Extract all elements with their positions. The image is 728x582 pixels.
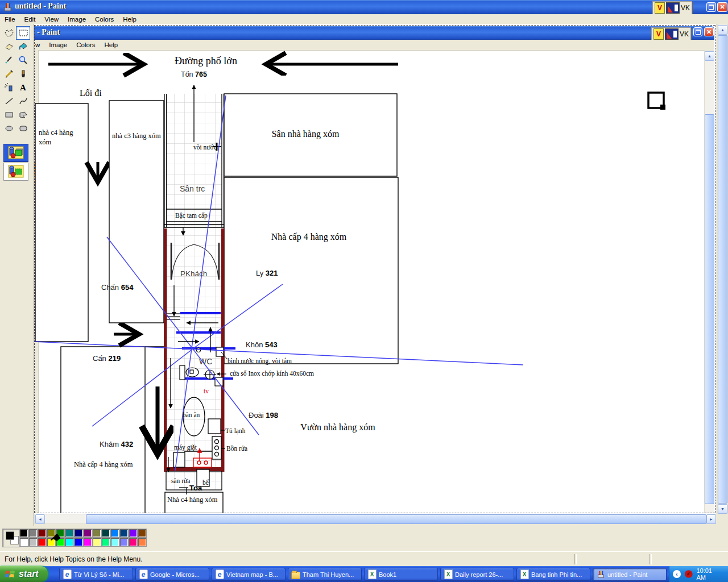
tool-select[interactable]: [16, 26, 30, 40]
tool-free-form-select[interactable]: [2, 26, 16, 40]
tool-rectangle[interactable]: [2, 108, 16, 122]
close-button[interactable]: ✕: [717, 2, 727, 12]
taskbar-item-paint-active[interactable]: untitled - Paint: [593, 568, 667, 581]
color-swatch[interactable]: [65, 529, 74, 538]
label-cua-so: cửa sổ Inox chớp kính 40x60cm: [230, 370, 314, 377]
label-nha-c4-2: xóm: [39, 138, 52, 146]
tool-fill[interactable]: [16, 40, 30, 53]
start-label: start: [19, 569, 39, 579]
taskbar-item-google[interactable]: e Google - Micros...: [135, 568, 209, 581]
inner-scroll-up-icon: ▲: [705, 51, 714, 61]
outer-titlebar[interactable]: untitled - Paint V VK ✕: [0, 0, 728, 14]
color-swatch[interactable]: [38, 538, 47, 547]
menu-edit[interactable]: Edit: [20, 15, 40, 24]
taskbar-item-book1[interactable]: X Book1: [364, 568, 438, 581]
fill-icon: [20, 43, 27, 49]
menu-file[interactable]: File: [0, 15, 20, 24]
opaque-selection-icon: [6, 146, 26, 160]
color-swatch[interactable]: [19, 529, 28, 538]
color-swatch[interactable]: [74, 538, 83, 547]
selection-marquee-right[interactable]: [715, 25, 715, 513]
taskbar-item-bang-tinh[interactable]: X Bang tinh Phi tin...: [516, 568, 590, 581]
label-khon: Khôn 543: [246, 340, 278, 349]
antivirus-tray-icon[interactable]: [684, 569, 693, 579]
label-be: bể: [202, 479, 209, 486]
tool-eraser[interactable]: [2, 40, 16, 53]
tool-curve[interactable]: [16, 94, 30, 108]
vietkey-icon[interactable]: V: [655, 2, 665, 14]
tray-chevron-icon[interactable]: ‹: [673, 570, 681, 578]
status-bar: For Help, click Help Topics on the Help …: [0, 551, 728, 567]
input-flag-icon[interactable]: [666, 2, 680, 14]
taskbar-item-vietnam-map[interactable]: e Vietnam map - B...: [212, 568, 286, 581]
menu-image[interactable]: Image: [63, 15, 90, 24]
restore-icon: [709, 5, 714, 10]
color-swatch[interactable]: [28, 538, 38, 547]
tray-clock[interactable]: 10:01 AM: [696, 567, 722, 581]
tool-magnifier[interactable]: [16, 53, 30, 67]
color-swatch[interactable]: [138, 529, 147, 538]
vk-label: VK: [681, 4, 690, 12]
outer-hscrollbar[interactable]: ◄ ►: [34, 514, 716, 524]
color-swatch[interactable]: [92, 529, 101, 538]
scroll-right-icon[interactable]: ►: [706, 514, 716, 524]
color-swatch[interactable]: [74, 529, 83, 538]
scroll-up-icon[interactable]: ▲: [718, 25, 727, 35]
taskbar-item-tuvi[interactable]: e Từ Vi Lý Số - Mi...: [59, 568, 133, 581]
label-tv: tv: [204, 388, 209, 394]
color-swatch[interactable]: [19, 538, 28, 547]
label-kham: Khảm 432: [100, 440, 133, 448]
color-swatch[interactable]: [119, 538, 129, 547]
tool-airbrush[interactable]: [2, 81, 16, 94]
label-pkhach: PKhách: [180, 269, 207, 278]
taskbar-item-daily-report[interactable]: X Daily report 26-...: [440, 568, 514, 581]
color-swatch[interactable]: [101, 529, 110, 538]
taskbar-item-folder[interactable]: Tham Thi Huyen...: [288, 568, 362, 581]
color-swatch[interactable]: [38, 529, 47, 538]
color-swatch[interactable]: [83, 529, 92, 538]
option-opaque-selection[interactable]: [3, 144, 28, 162]
tool-ellipse[interactable]: [2, 122, 16, 135]
selection-marquee-top[interactable]: [34, 25, 715, 26]
selection-marquee-left[interactable]: [34, 25, 35, 513]
menu-colors[interactable]: Colors: [90, 15, 118, 24]
color-swatch[interactable]: [101, 538, 110, 547]
color-swatch[interactable]: [119, 529, 129, 538]
inner-menu-image: Image: [44, 40, 72, 49]
polygon-icon: [20, 112, 27, 118]
hscroll-thumb[interactable]: [86, 514, 706, 524]
tool-line[interactable]: [2, 94, 16, 108]
tool-polygon[interactable]: [16, 108, 30, 122]
tool-brush[interactable]: [16, 67, 30, 81]
scroll-down-icon[interactable]: ▼: [718, 504, 727, 514]
color-swatch[interactable]: [92, 538, 101, 547]
color-swatch[interactable]: [65, 538, 74, 547]
color-swatch[interactable]: [110, 538, 119, 547]
start-button[interactable]: start: [0, 566, 48, 582]
label-san-trc: Sân trc: [180, 184, 205, 193]
color-swatch[interactable]: [138, 538, 147, 547]
tool-rounded-rectangle[interactable]: [16, 122, 30, 135]
tool-text[interactable]: A: [16, 81, 30, 94]
color-swatch[interactable]: [83, 538, 92, 547]
label-nha-c4-bottom: Nhà c4 hàng xóm: [167, 496, 218, 504]
outer-vscrollbar[interactable]: ▲ ▼: [717, 24, 728, 514]
menu-view[interactable]: View: [40, 15, 63, 24]
label-ly: Ly 321: [256, 269, 278, 277]
color-swatch[interactable]: [129, 529, 138, 538]
selection-marquee-bottom[interactable]: [34, 513, 715, 513]
tool-pick-color[interactable]: [2, 53, 16, 67]
option-transparent-selection[interactable]: [3, 163, 28, 181]
restore-button[interactable]: [706, 2, 716, 12]
scroll-left-icon[interactable]: ◄: [35, 514, 45, 524]
tool-pencil[interactable]: [2, 67, 16, 81]
language-bar[interactable]: V VK: [652, 1, 692, 15]
vscroll-thumb[interactable]: [718, 35, 727, 504]
status-text: For Help, click Help Topics on the Help …: [0, 555, 143, 563]
color-swatch[interactable]: [129, 538, 138, 547]
inner-vietkey-icon: V: [653, 28, 664, 40]
menu-help[interactable]: Help: [118, 15, 141, 24]
color-swatch[interactable]: [28, 529, 38, 538]
inner-vscrollbar: ▲: [704, 50, 714, 513]
color-swatch[interactable]: [110, 529, 119, 538]
